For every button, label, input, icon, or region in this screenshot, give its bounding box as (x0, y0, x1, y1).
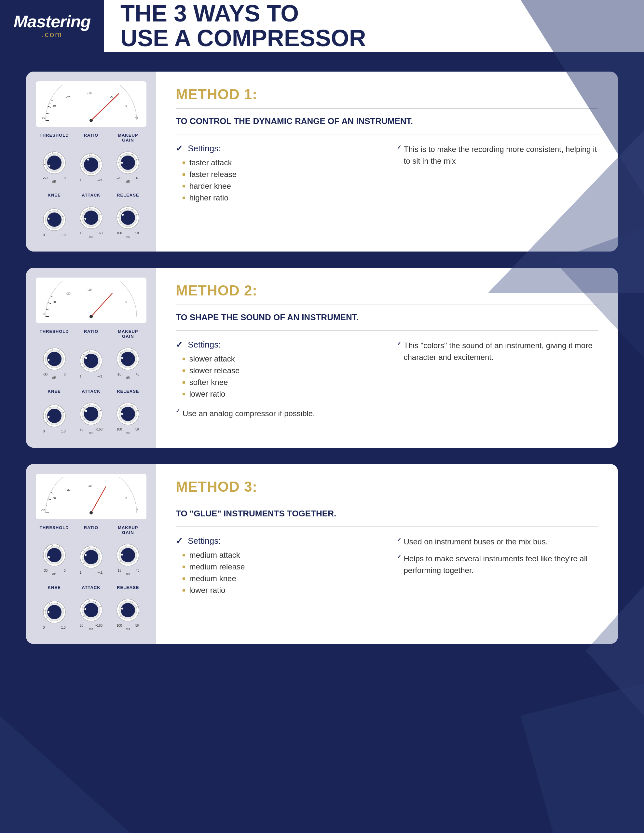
note-text-1: This is to make the recording more consi… (404, 143, 599, 167)
check-icon-3: ✓ (176, 536, 183, 546)
method-3-body: ✓ Settings: medium attack medium release… (176, 536, 599, 597)
svg-point-230 (84, 603, 98, 617)
svg-point-202 (84, 550, 98, 564)
extra-note-text-2: Use an analog compressor if possible. (183, 408, 315, 420)
svg-line-184 (91, 487, 106, 513)
svg-point-165 (121, 413, 123, 415)
knob-labels-row2-m3: KNEE ATTACK RELEASE (36, 585, 147, 590)
svg-text:0: 0 (125, 497, 127, 500)
method-3-settings: ✓ Settings: medium attack medium release… (176, 536, 377, 597)
svg-text:-10: -10 (87, 92, 92, 95)
knob-labels-row2-m2: KNEE ATTACK RELEASE (36, 389, 147, 394)
knobs-row2-m2: 01.0 (36, 401, 147, 435)
method-3-notes: ✓ Used on instrument buses or the mix bu… (397, 536, 599, 597)
method-2-body: ✓ Settings: slower attack slower release… (176, 340, 599, 401)
release-knob-3: 1005K ms (112, 597, 144, 631)
logo-section: Mastering .com (0, 0, 104, 52)
svg-point-60 (121, 162, 123, 164)
release-knob-2: 1005K ms (112, 401, 144, 435)
knob-labels-row1: THRESHOLD RATIO MAKEUP GAIN (36, 133, 147, 143)
list-item: slower attack (182, 354, 377, 363)
method-card-2: -50 -30 -20 -10 0 +5 THRESHOLD RATIO MAK… (26, 268, 618, 448)
method-1-divider2 (176, 134, 599, 134)
threshold-knob-2: -300 dB (38, 346, 71, 380)
check-icon-extra-2: ✓ (176, 408, 180, 414)
svg-line-28 (91, 94, 119, 121)
svg-text:-20: -20 (66, 292, 70, 295)
ratio-knob-1: 1∞:1 (75, 152, 107, 182)
check-icon-note-1: ✓ (397, 144, 401, 150)
attack-knob-3: 20~160 ms (75, 597, 107, 631)
check-icon-note-2: ✓ (397, 340, 401, 347)
method-2-description: TO SHAPE THE SOUND OF AN INSTRUMENT. (176, 312, 599, 323)
compressor-panel-2: -50 -30 -20 -10 0 +5 THRESHOLD RATIO MAK… (26, 268, 156, 448)
svg-point-29 (90, 119, 93, 122)
svg-point-68 (47, 212, 61, 227)
svg-point-78 (84, 211, 98, 225)
svg-text:-20: -20 (66, 488, 70, 491)
threshold-knob-1: -500 dB (38, 150, 71, 183)
list-item: medium release (182, 562, 377, 571)
knob-labels-row1-m2: THRESHOLD RATIO MAKEUP GAIN (36, 329, 147, 339)
knob-labels-row1-m3: THRESHOLD RATIO MAKEUP GAIN (36, 525, 147, 535)
attack-knob-1: 15~160 ms (75, 205, 107, 238)
list-item: lower ratio (182, 586, 377, 595)
list-item: higher ratio (182, 193, 377, 203)
method-1-settings: ✓ Settings: faster attack faster release… (176, 143, 377, 205)
method-2-extra-note: ✓ Use an analog compressor if possible. (176, 408, 599, 420)
list-item: medium knee (182, 574, 377, 583)
method-2-content: METHOD 2: TO SHAPE THE SOUND OF AN INSTR… (156, 268, 618, 448)
list-item: medium attack (182, 550, 377, 560)
svg-point-240 (121, 603, 135, 617)
list-item: softer knee (182, 378, 377, 387)
list-item: faster attack (182, 158, 377, 167)
svg-point-117 (47, 352, 61, 366)
knobs-row1-m2: -300 dB (36, 346, 147, 380)
knobs-row1-m3: -300 dB (36, 542, 147, 576)
svg-marker-5 (521, 683, 644, 833)
method-1-title: METHOD 1: (176, 86, 599, 103)
svg-text:-10: -10 (87, 484, 92, 487)
list-item: faster release (182, 170, 377, 179)
knobs-row1-m1: -500 dB (36, 150, 147, 183)
svg-point-221 (48, 611, 50, 613)
knobs-row2-m3: 01.0 (36, 597, 147, 631)
svg-line-173 (50, 492, 53, 493)
svg-point-135 (121, 352, 135, 366)
svg-text:0: 0 (125, 300, 127, 304)
check-icon-2: ✓ (176, 340, 183, 349)
compressor-panel-3: -50 -30 -20 -10 0 +5 THRESHOLD RATIO MAK… (26, 464, 156, 644)
makeup-gain-knob-1: -2040 dB (112, 150, 144, 183)
svg-point-154 (84, 407, 98, 421)
release-knob-1: 1005K ms (112, 205, 144, 238)
svg-point-144 (47, 409, 61, 423)
method-1-description: TO CONTROL THE DYNAMIC RANGE OF AN INSTR… (176, 116, 599, 127)
check-icon-note-3a: ✓ (397, 537, 401, 543)
check-icon-1: ✓ (176, 143, 183, 153)
svg-text:-5: -5 (110, 96, 113, 99)
note-text-2: This "colors" the sound of an instrument… (404, 340, 599, 363)
list-item: harder knee (182, 182, 377, 191)
knobs-row2-m1: 01.0 (36, 205, 147, 238)
svg-point-126 (84, 354, 98, 368)
svg-text:-50: -50 (41, 312, 45, 316)
svg-marker-3 (0, 716, 130, 833)
svg-text:+5: +5 (135, 312, 138, 316)
svg-line-96 (48, 302, 51, 304)
ratio-knob-3: 1∞:1 (75, 544, 107, 574)
svg-point-39 (47, 156, 61, 170)
method-1-content: METHOD 1: TO CONTROL THE DYNAMIC RANGE O… (156, 72, 618, 251)
settings-list-3: medium attack medium release medium knee… (182, 550, 377, 595)
method-2-note: ✓ This "colors" the sound of an instrume… (397, 340, 599, 401)
svg-text:0: 0 (125, 104, 127, 108)
svg-line-171 (46, 506, 49, 506)
makeup-gain-knob-2: -1040 dB (112, 346, 144, 380)
vu-meter-2: -50 -30 -20 -10 0 +5 (36, 278, 147, 323)
settings-list-1: faster attack faster release harder knee… (182, 158, 377, 203)
method-2-settings: ✓ Settings: slower attack slower release… (176, 340, 377, 401)
main-content: -50 -30 -20 -10 -5 0 +5 THRESHOLD RATIO … (0, 52, 644, 664)
header: Mastering .com THE 3 WAYS TO USE A COMPR… (0, 0, 644, 52)
header-title: THE 3 WAYS TO USE A COMPRESSOR (104, 0, 644, 52)
svg-point-88 (121, 211, 135, 225)
main-title: THE 3 WAYS TO USE A COMPRESSOR (121, 1, 366, 50)
